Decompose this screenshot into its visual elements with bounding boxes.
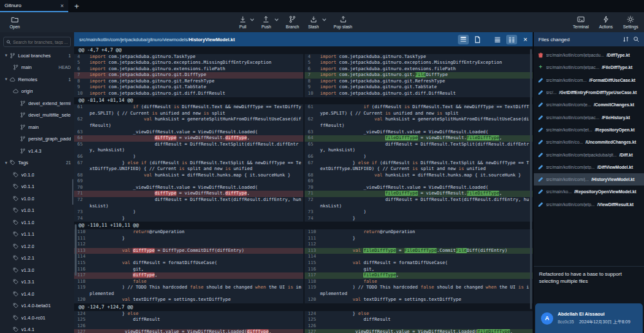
file-row-repositoryopen-kt[interactable]: src/main/kotlin/com/jet.../RepositoryOpe…: [534, 124, 644, 136]
file-row-difftype-kt[interactable]: src/main/kotlin/com/jetpacdu.../DiffType…: [534, 49, 644, 61]
file-path-prefix: src/main/kotlin/com/jetpackduba/git...: [546, 153, 617, 157]
sidebar-item-v1-4-0[interactable]: v1.4.0: [0, 288, 74, 300]
hunk-header: @@ -124,7 +124,7 @@: [74, 303, 533, 311]
pull-button[interactable]: Pull: [236, 15, 250, 29]
sort-files-icon[interactable]: [623, 36, 629, 43]
code-cell: 65 diffResult = DiffResult.TextSplit(dif…: [303, 142, 533, 154]
count-badge: 21: [66, 160, 71, 165]
code-cell: 72 diffResult = DiffResult.Text(diffResu…: [74, 197, 303, 209]
sidebar-item-devel-multifile-select[interactable]: devel_multifile_select...: [0, 109, 74, 122]
code-line: val hunksList = generateSplitHunkFromDif…: [90, 117, 303, 129]
sidebar-item-origin[interactable]: origin: [0, 86, 74, 98]
sidebar-item-v1-0-0[interactable]: v1.0.0: [0, 193, 74, 205]
toggle-hunks-icon[interactable]: [458, 35, 469, 44]
line-number: 111: [305, 236, 320, 242]
code-cell: 61 if (diffResult is DiffResult.Text && …: [303, 104, 533, 117]
sidebar-item-v1-1-0[interactable]: v1.1.0: [0, 216, 74, 229]
sidebar-item-v1-3-1[interactable]: v1.3.1: [0, 276, 74, 289]
code-line: val diffResult = formatDiffUseCase(: [320, 260, 533, 267]
file-row-commitchanges-kt[interactable]: src/main/kotlin/com/je.../CommitChanges.…: [534, 99, 644, 111]
actions-button[interactable]: Actions: [596, 15, 616, 29]
files-changed-title: Files changed: [538, 37, 619, 43]
code-cell: 10import com.jetpackduba.gitnuro.git.dif…: [74, 91, 303, 97]
sidebar-item-v1-3-0[interactable]: v1.3.0: [0, 264, 74, 276]
code-cell: 70 _viewDiffResult.value = ViewDiffResul…: [303, 185, 533, 191]
file-row-getdiffentryfromdifftypeusecase-kt[interactable]: src/.../GetDiffEntryFromDiffTypeUseCase.…: [534, 86, 644, 99]
sidebar-section-local-branches[interactable]: ▾Local branches1: [0, 50, 74, 62]
sidebar-item-persist-graph-paddin[interactable]: persist_graph_paddin...: [0, 133, 74, 146]
sidebar-item-v1-4-1[interactable]: v1.4.1: [0, 324, 74, 333]
sidebar-scrollbar[interactable]: [72, 179, 74, 205]
tag-icon: [13, 184, 19, 189]
code-cell: 64 fileDiffType = viewDiffResult.fileDif…: [303, 135, 533, 142]
branch-button[interactable]: Branch: [283, 15, 303, 29]
search-box[interactable]: [3, 37, 71, 47]
file-name: /ViewDiffResult.kt: [597, 202, 633, 207]
file-row-viewdiffresult-kt[interactable]: src/main/kotlin/com/jetp.../ViewDiffResu…: [534, 198, 644, 211]
sidebar-item-v1-4-0-beta01[interactable]: v1.4.0-beta01: [0, 300, 74, 312]
tab-gitnuro[interactable]: Gitnuro ×: [0, 0, 68, 12]
file-row-filedifftype-kt[interactable]: +src/main/kotlin/com/jetpac.../FileDiffT…: [534, 61, 644, 73]
code-cell: 71 fileDiffType = viewDiffResult.fileDif…: [303, 191, 533, 197]
toggle-split-view-icon[interactable]: [506, 35, 517, 44]
hunk-header: @@ -81,14 +81,14 @@: [74, 97, 533, 105]
sidebar-item-main[interactable]: mainHEAD: [0, 62, 74, 74]
toggle-full-file-icon[interactable]: [472, 35, 483, 44]
line-number: 8: [74, 79, 90, 85]
sidebar-section-remotes[interactable]: ▾Remotes1: [0, 73, 74, 86]
open-button[interactable]: Open: [6, 15, 23, 29]
tab-close-icon[interactable]: ×: [61, 3, 64, 9]
diff-right-scrollbar[interactable]: [530, 49, 532, 309]
sidebar-item-v1-2-0[interactable]: v1.2.0: [0, 240, 74, 252]
file-row-formatdiffusecase-kt[interactable]: src/main/kotlin/com.../FormatDiffUseCase…: [534, 74, 644, 86]
code-cell: 125 diffResult: [74, 317, 303, 323]
diff-left-scrollbar[interactable]: [75, 224, 77, 276]
code-line: ): [90, 154, 303, 160]
sidebar-item-v0-1-0[interactable]: v0.1.0: [0, 169, 74, 181]
code-cell: 124 } else: [303, 311, 533, 318]
chevron-down-icon[interactable]: [274, 17, 279, 22]
search-input[interactable]: [13, 40, 68, 44]
diff-row: 4import com.jetpackduba.gitnuro.TaskType…: [74, 54, 533, 61]
chevron-down-icon[interactable]: [250, 17, 254, 22]
push-button[interactable]: Push: [258, 15, 274, 29]
sidebar-item-v1-2-1[interactable]: v1.2.1: [0, 252, 74, 265]
search-files-icon[interactable]: [633, 36, 639, 43]
diff-row: 124 } else124 } else: [74, 311, 533, 318]
code-cell: 5import com.jetpackduba.gitnuro.exceptio…: [74, 60, 303, 66]
chevron-down-icon[interactable]: [322, 17, 327, 22]
branch-icon: [13, 64, 19, 70]
file-row-uncommitedchanges-kt[interactable]: src/main/kotlin/co.../UncommitedChanges.…: [534, 136, 644, 148]
stash-button[interactable]: Stash: [305, 15, 322, 29]
commit-date: 2024年12月30日 上午8:09: [579, 319, 630, 325]
sidebar-item-v1-1-1[interactable]: v1.1.1: [0, 229, 74, 241]
sidebar-item-v0-1-1[interactable]: v0.1.1: [0, 181, 74, 193]
file-row-filehistory-kt[interactable]: src/main/kotlin/com/jetpac.../FileHistor…: [534, 111, 644, 123]
terminal-button[interactable]: Terminal: [570, 15, 592, 29]
settings-button[interactable]: Settings: [620, 15, 642, 29]
sidebar-item-v1-4-0-rc01[interactable]: v1.4.0-rc01: [0, 312, 74, 324]
sidebar-item-v1-4-3[interactable]: v1.4.3: [0, 145, 74, 157]
code-line: import com.jetpackduba.gitnuro.exception…: [320, 60, 533, 66]
sidebar-section-tags[interactable]: ▾Tags21: [0, 157, 74, 169]
commit-author-card[interactable]: A Abdellah El Aissaoui 8cc0c35 2024年12月3…: [535, 303, 643, 333]
tag-icon: [13, 207, 19, 213]
file-row-diffviewmodel-kt[interactable]: src/main/kotlin/com/jetp.../DiffViewMode…: [534, 161, 644, 173]
file-row-repositoryopenviewmodel-kt[interactable]: src/main/ko.../RepositoryOpenViewModel.k…: [534, 186, 644, 198]
toggle-unified-view-icon[interactable]: [492, 35, 503, 44]
file-row-historyviewmodel-kt[interactable]: src/main/kotlin/com/j.../HistoryViewMode…: [534, 173, 644, 186]
sidebar-item-devel-extend-termina[interactable]: devel_extend_termina...: [0, 97, 74, 109]
line-number: 127: [74, 329, 90, 333]
file-row-diff-kt[interactable]: src/main/kotlin/com/jetpackduba/git.../D…: [534, 148, 644, 160]
code-cell: 116 git,: [303, 267, 533, 273]
close-diff-icon[interactable]: ×: [524, 35, 527, 43]
line-number: 71: [305, 191, 320, 197]
code-line: diffType,: [90, 272, 303, 279]
line-number: 5: [305, 60, 320, 66]
new-tab-button[interactable]: +: [68, 0, 85, 12]
tree-label: v1.0.1: [21, 207, 34, 213]
sidebar-item-main[interactable]: main: [0, 121, 74, 133]
diff-row: 127 _viewDiffResult.value = ViewDiffResu…: [74, 329, 533, 333]
sidebar-item-v1-0-1[interactable]: v1.0.1: [0, 205, 74, 217]
pop-stash-button[interactable]: Pop stash: [330, 15, 355, 29]
